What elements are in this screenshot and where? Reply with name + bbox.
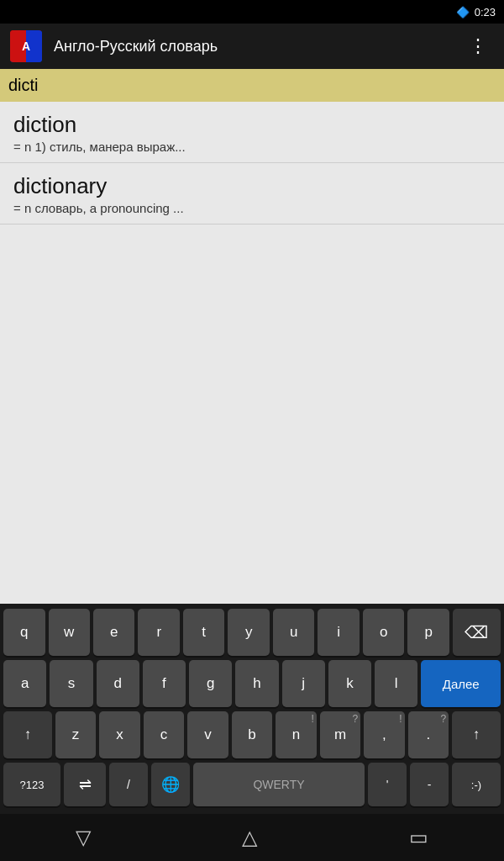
- key-c[interactable]: c: [144, 711, 184, 758]
- result-word-diction: diction: [13, 112, 491, 138]
- key-m[interactable]: m?: [320, 711, 360, 758]
- key-p[interactable]: p: [407, 609, 449, 656]
- key-comma[interactable]: ,!: [364, 711, 404, 758]
- key-t[interactable]: t: [183, 609, 224, 656]
- key-comma-alt: !: [399, 713, 402, 725]
- app-bar: A Англо-Русский словарь ⋮: [0, 24, 504, 69]
- nav-home[interactable]: △: [242, 826, 257, 849]
- keyboard-row-3: ↑ z x c v b n! m? ,! .? ↑: [3, 711, 501, 758]
- key-period-alt: ?: [440, 713, 446, 725]
- svg-text:A: A: [22, 40, 30, 53]
- key-i[interactable]: i: [318, 609, 359, 656]
- key-quote[interactable]: ': [368, 763, 407, 806]
- result-item-diction[interactable]: diction = n 1) стиль, манера выраж...: [0, 102, 504, 163]
- key-u[interactable]: u: [273, 609, 314, 656]
- key-adjust[interactable]: ⇌: [64, 763, 106, 806]
- result-def-diction: = n 1) стиль, манера выраж...: [13, 140, 491, 154]
- keyboard-row-1: q w e r t y u i o p ⌫: [3, 609, 501, 656]
- time-display: 0:23: [475, 6, 496, 18]
- key-emoji[interactable]: :-): [452, 763, 501, 806]
- key-period[interactable]: .?: [408, 711, 449, 758]
- key-o[interactable]: o: [363, 609, 404, 656]
- nav-bar: ▽ △ ▭: [0, 814, 504, 861]
- keyboard-row-2: a s d f g h j k l Далее: [3, 660, 501, 707]
- app-title: Англо-Русский словарь: [54, 38, 462, 55]
- key-v[interactable]: v: [187, 711, 228, 758]
- key-z[interactable]: z: [55, 711, 96, 758]
- key-r[interactable]: r: [138, 609, 179, 656]
- key-sym[interactable]: ?123: [3, 763, 60, 806]
- key-w[interactable]: w: [49, 609, 90, 656]
- result-item-dictionary[interactable]: dictionary = n словарь, a pronouncing ..…: [0, 163, 504, 224]
- bluetooth-icon: 🔷: [456, 6, 470, 18]
- key-f[interactable]: f: [143, 660, 186, 707]
- key-globe[interactable]: 🌐: [151, 763, 190, 806]
- key-q[interactable]: q: [3, 609, 45, 656]
- result-word-dictionary: dictionary: [13, 173, 491, 199]
- search-input[interactable]: [8, 76, 496, 95]
- key-a[interactable]: a: [3, 660, 46, 707]
- key-h[interactable]: h: [235, 660, 278, 707]
- key-g[interactable]: g: [189, 660, 232, 707]
- key-space[interactable]: QWERTY: [193, 763, 365, 806]
- key-x[interactable]: x: [99, 711, 139, 758]
- status-bar: 🔷 0:23: [0, 0, 504, 24]
- result-def-dictionary: = n словарь, a pronouncing ...: [13, 201, 491, 215]
- status-icons: 🔷 0:23: [456, 6, 496, 18]
- results-area: diction = n 1) стиль, манера выраж... di…: [0, 102, 504, 604]
- key-backspace[interactable]: ⌫: [453, 609, 501, 656]
- key-d[interactable]: d: [97, 660, 139, 707]
- key-b[interactable]: b: [232, 711, 272, 758]
- key-k[interactable]: k: [328, 660, 371, 707]
- keyboard-row-4: ?123 ⇌ / 🌐 QWERTY ' - :-): [3, 763, 501, 806]
- key-enter[interactable]: Далее: [421, 660, 501, 707]
- key-slash[interactable]: /: [109, 763, 148, 806]
- menu-button[interactable]: ⋮: [462, 32, 494, 61]
- key-m-alt: ?: [353, 713, 359, 725]
- app-logo: A: [10, 30, 42, 62]
- key-n-alt: !: [311, 713, 313, 725]
- key-l[interactable]: l: [375, 660, 417, 707]
- key-n[interactable]: n!: [276, 711, 316, 758]
- nav-back[interactable]: ▽: [76, 826, 91, 849]
- key-dash[interactable]: -: [410, 763, 449, 806]
- key-shift-left[interactable]: ↑: [3, 711, 52, 758]
- keyboard: q w e r t y u i o p ⌫ a s d f g h j k l …: [0, 604, 504, 814]
- key-s[interactable]: s: [50, 660, 92, 707]
- search-area: [0, 69, 504, 102]
- key-e[interactable]: e: [93, 609, 134, 656]
- key-y[interactable]: y: [228, 609, 269, 656]
- key-shift-right[interactable]: ↑: [452, 711, 501, 758]
- nav-recent[interactable]: ▭: [409, 826, 428, 849]
- key-j[interactable]: j: [282, 660, 325, 707]
